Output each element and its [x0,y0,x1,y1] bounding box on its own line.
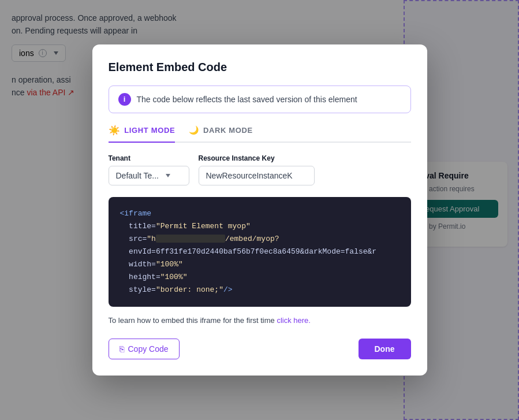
tenant-group: Tenant Default Te... [109,154,189,185]
code-line-5: width="100%" [120,258,399,271]
done-button[interactable]: Done [359,339,411,359]
click-here-link[interactable]: click here. [277,316,311,325]
code-line-6: height="100%" [120,271,399,284]
modal-title: Element Embed Code [109,61,411,74]
modal-dialog: Element Embed Code i The code below refl… [92,44,427,376]
modal-overlay: Element Embed Code i The code below refl… [0,0,519,420]
info-banner: i The code below reflects the last saved… [109,86,411,113]
form-row: Tenant Default Te... Resource Instance K… [109,154,411,185]
modal-footer: ⎘ Copy Code Done [109,339,411,359]
learn-more-text: To learn how to embed this iframe for th… [109,316,411,325]
code-line-7: style="border: none;"/> [120,284,399,296]
tenant-value: Default Te... [116,171,159,180]
copy-label: Copy Code [128,344,169,354]
code-line-4: envId=6ff31fe170d2440baf56b7f0ec8a6459&d… [120,246,399,258]
resource-input[interactable] [199,166,315,185]
code-block: <iframe title="Permit Element myop" src=… [109,197,411,307]
sun-icon: ☀️ [109,125,121,136]
mode-tabs: ☀️ LIGHT MODE 🌙 DARK MODE [109,125,411,143]
moon-icon: 🌙 [189,125,199,135]
tab-dark-mode[interactable]: 🌙 DARK MODE [189,125,253,143]
tab-light-mode[interactable]: ☀️ LIGHT MODE [109,125,176,143]
tenant-select[interactable]: Default Te... [109,166,189,185]
info-icon: i [118,93,131,106]
code-line-2: title="Permit Element myop" [120,220,399,233]
resource-label: Resource Instance Key [199,154,315,162]
tenant-chevron-icon [166,174,170,177]
copy-icon: ⎘ [120,344,124,354]
tenant-label: Tenant [109,154,189,162]
code-line-1: <iframe [120,207,399,220]
tab-dark-label: DARK MODE [203,126,253,135]
code-line-3: src="h /embed/myop? [120,233,399,246]
info-banner-text: The code below reflects the last saved v… [137,95,357,104]
tab-light-label: LIGHT MODE [124,126,175,135]
resource-group: Resource Instance Key [199,154,315,185]
copy-code-button[interactable]: ⎘ Copy Code [109,339,180,359]
